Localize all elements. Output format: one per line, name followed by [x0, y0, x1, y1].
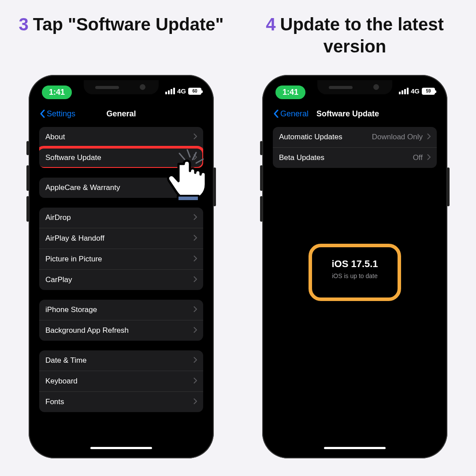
chevron-right-icon — [193, 256, 197, 261]
settings-row[interactable]: Picture in Picture — [39, 249, 203, 269]
row-label: iPhone Storage — [45, 305, 97, 314]
chevron-right-icon — [193, 357, 197, 363]
row-label: AirDrop — [45, 213, 71, 222]
row-value: Off — [413, 153, 423, 162]
settings-row[interactable]: AirDrop — [39, 208, 203, 228]
chevron-right-icon — [193, 184, 197, 190]
row-label: Fonts — [45, 398, 64, 406]
settings-row[interactable]: About — [39, 127, 203, 147]
signal-icon — [165, 88, 175, 94]
status-bar: 1:41 4G 59 — [268, 80, 442, 104]
network-label: 4G — [411, 87, 420, 95]
row-label: AirPlay & Handoff — [45, 234, 104, 243]
back-button[interactable]: General — [274, 109, 309, 119]
settings-row[interactable]: AppleCare & Warranty — [39, 178, 203, 198]
notch — [317, 80, 392, 94]
chevron-right-icon — [193, 327, 197, 333]
row-label: Background App Refresh — [45, 326, 129, 335]
settings-list: AboutSoftware UpdateAppleCare & Warranty… — [34, 123, 208, 412]
chevron-right-icon — [193, 214, 197, 220]
status-time: 1:41 — [275, 86, 305, 99]
update-options: Automatic UpdatesDownload OnlyBeta Updat… — [268, 123, 442, 168]
home-indicator[interactable] — [324, 447, 386, 449]
settings-row[interactable]: Background App Refresh — [39, 320, 203, 341]
chevron-right-icon — [193, 154, 197, 160]
row-label: Software Update — [45, 153, 101, 162]
row-label: CarPlay — [45, 275, 72, 284]
row-label: Automatic Updates — [279, 133, 342, 141]
step-text: Update to the latest version — [280, 15, 444, 56]
row-label: Beta Updates — [279, 153, 324, 162]
home-indicator[interactable] — [90, 447, 152, 449]
settings-row[interactable]: Keyboard — [39, 371, 203, 391]
step-text: Tap "Software Update" — [33, 15, 224, 34]
signal-icon — [399, 88, 409, 94]
chevron-right-icon — [193, 398, 197, 404]
row-label: Keyboard — [45, 377, 78, 386]
step-number: 4 — [266, 15, 275, 34]
chevron-left-icon — [274, 110, 279, 118]
chevron-right-icon — [193, 134, 197, 139]
status-time: 1:41 — [42, 86, 72, 99]
network-label: 4G — [177, 87, 186, 95]
chevron-right-icon — [193, 306, 197, 312]
notch — [84, 80, 159, 94]
row-value: Download Only — [372, 133, 423, 141]
nav-bar: General Software Update — [268, 104, 442, 123]
settings-row[interactable]: Automatic UpdatesDownload Only — [273, 127, 437, 147]
update-status: iOS 17.5.1 iOS is up to date — [331, 258, 378, 279]
nav-title: General — [34, 109, 208, 119]
nav-bar: Settings General — [34, 104, 208, 123]
battery-icon: 60 — [188, 88, 201, 95]
status-bar: 1:41 4G 60 — [34, 80, 208, 104]
row-label: Date & Time — [45, 356, 87, 365]
settings-row[interactable]: Fonts — [39, 391, 203, 412]
chevron-right-icon — [193, 276, 197, 282]
update-message: iOS is up to date — [331, 272, 378, 279]
settings-row[interactable]: AirPlay & Handoff — [39, 228, 203, 249]
nav-title: Software Update — [316, 109, 379, 119]
chevron-right-icon — [427, 154, 431, 160]
settings-row[interactable]: Software Update — [39, 147, 203, 168]
chevron-right-icon — [193, 378, 197, 383]
chevron-right-icon — [193, 235, 197, 241]
step-4-title: 4Update to the latest version — [251, 13, 458, 75]
settings-row[interactable]: Date & Time — [39, 350, 203, 371]
settings-row[interactable]: CarPlay — [39, 269, 203, 290]
phone-left: 1:41 4G 60 Settings General AboutSoftwar… — [29, 75, 214, 458]
phone-right: 1:41 4G 59 General Software Update A — [262, 75, 447, 458]
ios-version: iOS 17.5.1 — [331, 258, 378, 270]
row-label: Picture in Picture — [45, 255, 102, 264]
row-label: About — [45, 133, 65, 141]
step-3-title: 3Tap "Software Update" — [19, 13, 223, 75]
row-label: AppleCare & Warranty — [45, 183, 120, 192]
chevron-right-icon — [427, 134, 431, 139]
settings-row[interactable]: Beta UpdatesOff — [273, 147, 437, 168]
battery-icon: 59 — [422, 88, 435, 95]
step-number: 3 — [19, 15, 28, 34]
settings-row[interactable]: iPhone Storage — [39, 300, 203, 320]
